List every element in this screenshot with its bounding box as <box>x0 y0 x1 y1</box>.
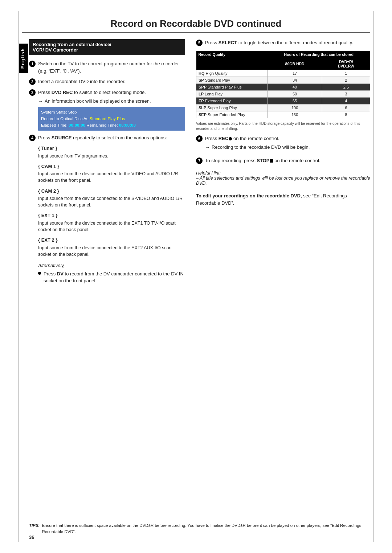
step-5-bold: SELECT <box>219 40 237 45</box>
main-layout: Recording from an external device/ VCR/ … <box>29 39 370 284</box>
table-header-hours: Hours of Recording that can be stored <box>268 51 370 58</box>
step-2-content: Insert a recordable DVD into the recorde… <box>38 78 185 85</box>
alternatively-section: Alternatively, Press DV to record from t… <box>38 263 185 284</box>
sp-hdd: 34 <box>268 77 322 83</box>
arrow-icon: → <box>38 98 43 105</box>
record-quality-table: Record Quality Hours of Recording that c… <box>196 51 370 118</box>
tuner-desc: Input source from TV programmes. <box>38 153 185 159</box>
step-3-content: Press DVD REC to switch to direct record… <box>38 89 185 131</box>
table-row-sp: SP Standard Play 34 2 <box>196 77 370 83</box>
step-4-content: Press SOURCE repeatedly to select from t… <box>38 134 185 259</box>
ep-hdd: 65 <box>268 97 322 104</box>
table-note: Values are estimates only. Parts of the … <box>196 121 370 131</box>
sub-option-cam1: { CAM 1 } Input source from the device c… <box>38 163 185 184</box>
section-header: Recording from an external device/ VCR/ … <box>29 39 185 55</box>
step-6-arrow-text: Recording to the recordable DVD will be … <box>212 144 310 151</box>
step-6-number: 6 <box>196 135 203 142</box>
edit-recordings-bold: To edit your recordings on the recordabl… <box>196 193 302 198</box>
left-column: Recording from an external device/ VCR/ … <box>29 39 185 284</box>
page-number: 36 <box>29 534 34 540</box>
quality-ep: EP Extended Play <box>196 97 268 104</box>
quality-hq: HQ High Quality <box>196 70 268 77</box>
info-box-line1: System State: Stop <box>41 109 182 115</box>
dv-bold: DV <box>57 271 64 276</box>
quality-lp: LP Long Play <box>196 90 268 97</box>
step-5-number: 5 <box>196 40 203 46</box>
step-1-number: 1 <box>29 61 36 67</box>
step-1-content: Switch on the TV to the correct programm… <box>38 60 185 74</box>
arrow-icon-6: → <box>205 144 210 151</box>
info-box-line3: Elapsed Time: 00:00:00 Remaining Time: 0… <box>41 122 182 128</box>
table-row-hq: HQ High Quality 17 1 <box>196 70 370 77</box>
page-title: Record on Recordable DVD continued <box>22 18 370 33</box>
section-header-line2: VCR/ DV Camcorder <box>33 47 78 53</box>
step-5-content: Press SELECT to toggle between the diffe… <box>205 39 370 46</box>
cam2-title: { CAM 2 } <box>38 188 185 195</box>
sub-option-tuner: { Tuner } Input source from TV programme… <box>38 145 185 159</box>
step-6-arrow: → Recording to the recordable DVD will b… <box>205 144 370 151</box>
hq-hdd: 17 <box>268 70 322 77</box>
table-subheader-empty <box>196 58 268 70</box>
lp-dvd: 3 <box>322 90 370 97</box>
tips-section: TIPS: Ensure that there is sufficient sp… <box>29 523 367 535</box>
info-box-elapsed-label: Elapsed Time: <box>41 123 69 127</box>
helpful-hint-title: Helpful Hint: <box>196 171 370 176</box>
lp-hdd: 50 <box>268 90 322 97</box>
info-box: System State: Stop Record to Optical Dis… <box>38 107 185 131</box>
sub-option-cam2: { CAM 2 } Input source from the device c… <box>38 188 185 209</box>
edit-recordings: To edit your recordings on the recordabl… <box>196 192 370 207</box>
ext1-bold: EXT 1 <box>41 213 54 218</box>
page-container: English Record on Recordable DVD continu… <box>0 0 392 553</box>
step-4: 4 Press SOURCE repeatedly to select from… <box>29 134 185 259</box>
info-box-time1: 00:00:00 <box>69 123 85 127</box>
english-tab: English <box>19 44 28 73</box>
tips-label: TIPS: <box>29 523 40 535</box>
table-subheader-hdd: 80GB HDD <box>268 58 322 70</box>
spp-hdd: 40 <box>268 83 322 90</box>
info-box-standard-play: Standard Play Plus <box>90 116 125 121</box>
ext1-title: { EXT 1 } <box>38 212 185 219</box>
ep-dvd: 4 <box>322 97 370 104</box>
step-3-number: 3 <box>29 89 36 96</box>
ext2-bold: EXT 2 <box>41 237 54 243</box>
slp-dvd: 6 <box>322 104 370 111</box>
sep-dvd: 8 <box>322 111 370 118</box>
ext1-desc: Input source from the device connected t… <box>38 220 185 233</box>
step-7-number: 7 <box>196 157 203 164</box>
step-3-arrow: → An information box will be displayed o… <box>38 98 185 105</box>
info-box-time2: 00:00:00 <box>119 123 136 127</box>
table-subheader-dvd: DVD±R/DVD±RW <box>322 58 370 70</box>
step-2-number: 2 <box>29 78 36 85</box>
helpful-hint: Helpful Hint: – All title selections and… <box>196 171 370 186</box>
step-6-bold: REC <box>219 136 232 141</box>
sub-option-ext1: { EXT 1 } Input source from the device c… <box>38 212 185 233</box>
sub-option-ext2: { EXT 2 } Input source from the device c… <box>38 237 185 258</box>
quality-spp: SPP Standard Play Plus <box>196 83 268 90</box>
sep-hdd: 130 <box>268 111 322 118</box>
tips-text: Ensure that there is sufficient space av… <box>42 523 367 535</box>
step-7: 7 To stop recording, press STOP on the r… <box>196 157 370 164</box>
cam2-desc: Input source from the device connected t… <box>38 195 185 208</box>
spp-dvd: 2.5 <box>322 83 370 90</box>
quality-sep: SEP Super Extended Play <box>196 111 268 118</box>
section-header-line1: Recording from an external device/ <box>33 42 111 47</box>
step-4-bold: SOURCE <box>52 135 72 140</box>
rec-dot-icon <box>229 137 232 140</box>
step-7-bold: STOP <box>257 158 273 163</box>
step-3-arrow-text: An information box will be displayed on … <box>45 98 151 105</box>
step-5: 5 Press SELECT to toggle between the dif… <box>196 39 370 46</box>
info-box-line2-before: Record to Optical Disc As <box>41 116 90 121</box>
slp-hdd: 100 <box>268 104 322 111</box>
info-box-remaining-label: Remaining Time: <box>85 123 119 127</box>
helpful-hint-text: – All title selections and settings will… <box>196 176 370 186</box>
table-row-slp: SLP Super Long Play 100 6 <box>196 104 370 111</box>
dv-content: Press DV to record from the DV camcorder… <box>44 270 185 284</box>
ext2-desc: Input source from the device connected t… <box>38 245 185 258</box>
dv-bullet: Press DV to record from the DV camcorder… <box>38 270 185 284</box>
step-3-bold: DVD REC <box>52 90 73 95</box>
bullet-dot <box>38 272 41 275</box>
quality-sp: SP Standard Play <box>196 77 268 83</box>
border-left <box>18 11 19 542</box>
tuner-title: { Tuner } <box>38 145 185 152</box>
table-header-quality: Record Quality <box>196 51 268 58</box>
